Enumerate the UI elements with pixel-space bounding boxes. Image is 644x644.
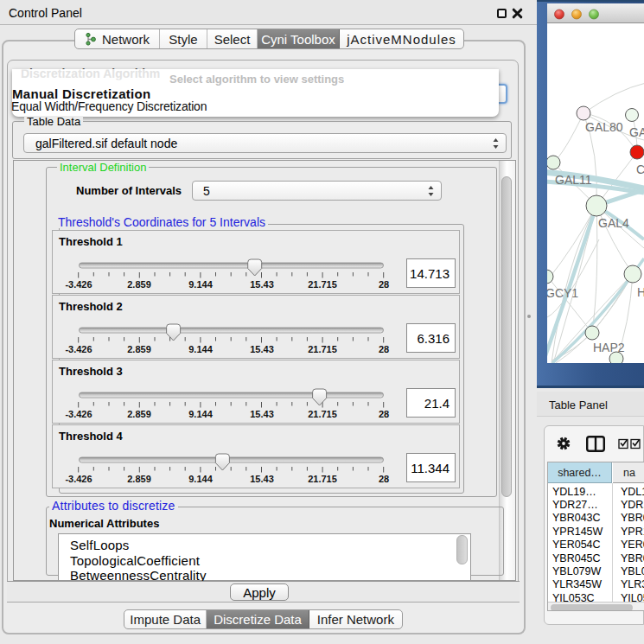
svg-text:GAL80: GAL80 <box>585 120 623 134</box>
svg-text:C: C <box>636 163 644 176</box>
svg-text:GA: GA <box>629 125 644 139</box>
svg-text:HAP2: HAP2 <box>593 341 625 354</box>
svg-text:GAL4: GAL4 <box>598 216 629 230</box>
svg-text:GAL11: GAL11 <box>555 173 592 187</box>
svg-text:GCY1: GCY1 <box>547 286 578 300</box>
svg-text:H: H <box>637 285 644 299</box>
